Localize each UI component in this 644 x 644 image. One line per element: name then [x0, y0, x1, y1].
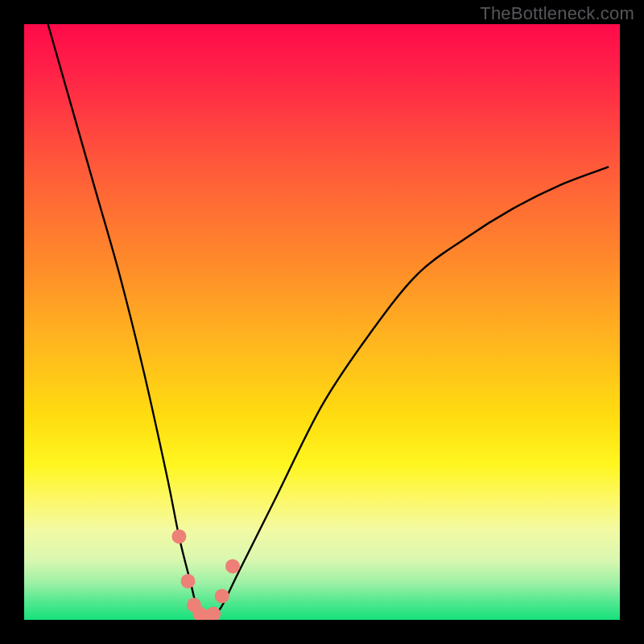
- curve-svg: [24, 24, 620, 620]
- plot-area: [24, 24, 620, 620]
- bottleneck-curve-path: [48, 24, 609, 620]
- watermark-text: TheBottleneck.com: [480, 3, 634, 24]
- curve-point: [181, 574, 196, 588]
- curve-point: [171, 529, 186, 543]
- curve-point: [206, 607, 221, 620]
- curve-point: [225, 559, 240, 573]
- chart-frame: TheBottleneck.com: [0, 0, 644, 644]
- curve-point: [215, 588, 229, 603]
- curve-points-group: [171, 529, 240, 620]
